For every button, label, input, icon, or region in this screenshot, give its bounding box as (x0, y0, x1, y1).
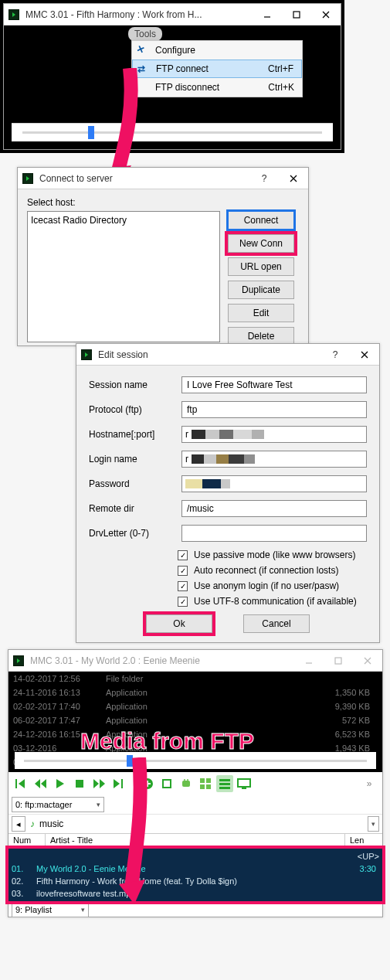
playlist-row[interactable]: 02.Fifth Harmony - Work from Home (feat.… (12, 875, 379, 887)
play-icon[interactable] (52, 775, 69, 792)
chk-passive[interactable]: ✓Use passive mode (like www browsers) (178, 550, 367, 560)
password-input[interactable] (181, 475, 367, 492)
edit-button[interactable]: Edit (228, 304, 294, 322)
breadcrumb-label: music (39, 818, 63, 829)
chk-anon-login[interactable]: ✓Use anonym login (if no user/pasw) (178, 580, 367, 591)
menu-item-label: FTP connect (156, 63, 250, 74)
tools-menu: Configure FTP connect Ctrl+F FTP disconn… (131, 40, 303, 97)
close-button[interactable] (279, 168, 308, 189)
help-button[interactable]: ? (320, 344, 350, 366)
connect-to-server-dialog: Connect to server ? Select host: Icecast… (17, 167, 309, 346)
checkbox-icon: ✓ (178, 566, 188, 576)
host-listbox[interactable]: Icecast Radio Directory (27, 211, 220, 342)
close-button[interactable] (350, 344, 379, 366)
playlist-row[interactable]: 03.ilovefreesoftware test.mp4 (12, 887, 379, 900)
bg-col-type: File folder (106, 674, 198, 683)
titlebar[interactable]: MMC 3.01 - Fifth Harmony : Work from H..… (4, 4, 341, 26)
titlebar[interactable]: MMC 3.01 - My World 2.0 : Eenie Meenie (8, 650, 382, 672)
prev-track-icon[interactable] (13, 775, 30, 792)
bg-col-date: 06-02-2017 17:47 (13, 716, 106, 725)
chk-label: Auto reconnect (if connection losts) (194, 565, 338, 576)
grid-icon[interactable] (197, 775, 214, 792)
svg-rect-18 (76, 780, 83, 788)
drv-letter-input[interactable] (181, 525, 367, 542)
forward-icon[interactable] (90, 775, 107, 792)
select-host-label: Select host: (27, 197, 299, 208)
next-track-icon[interactable] (110, 775, 127, 792)
duplicate-button[interactable]: Duplicate (228, 281, 294, 299)
menu-item-ftp-disconnect[interactable]: FTP disconnect Ctrl+K (132, 78, 302, 97)
seek-track[interactable] (22, 131, 322, 134)
label: Login name (89, 454, 174, 464)
col-artist-title[interactable]: Artist - Title (46, 834, 345, 848)
seek-thumb[interactable] (127, 755, 133, 767)
close-button[interactable] (353, 650, 382, 672)
rewind-icon[interactable] (32, 775, 49, 792)
ok-button[interactable]: Ok (146, 614, 212, 633)
url-open-button[interactable]: URL open (228, 257, 294, 276)
maximize-button[interactable] (282, 4, 311, 26)
combo-value: 0: ftp:mactager (15, 800, 72, 809)
bg-col-type: Application (106, 702, 198, 711)
maximize-button[interactable] (324, 650, 353, 672)
app-icon (13, 655, 24, 666)
playlist-row[interactable]: 01.My World 2.0 - Eenie Meenie3:30 (12, 863, 379, 875)
field-session-name: Session name (89, 376, 367, 393)
seek-thumb[interactable] (88, 126, 94, 139)
minimize-button[interactable] (253, 4, 282, 26)
checkbox-icon: ✓ (178, 597, 188, 607)
titlebar[interactable]: Edit session ? (76, 344, 379, 366)
row-len: 3:30 (348, 864, 379, 873)
tools-tooltip: Tools (128, 27, 162, 41)
dialog-title: Connect to server (38, 173, 249, 184)
svg-point-29 (184, 779, 185, 781)
monitor-icon[interactable] (236, 775, 253, 792)
chk-autoreconnect[interactable]: ✓Auto reconnect (if connection losts) (178, 565, 367, 576)
playlist-area[interactable]: <UP> 01.My World 2.0 - Eenie Meenie3:300… (8, 849, 382, 901)
hostname-input[interactable]: r (181, 426, 367, 443)
minimize-button[interactable] (294, 650, 324, 672)
login-input[interactable]: r (181, 451, 367, 468)
stop-icon[interactable] (71, 775, 88, 792)
menu-item-ftp-connect[interactable]: FTP connect Ctrl+F (132, 60, 302, 78)
help-button[interactable]: ? (249, 168, 279, 189)
nav-back-button[interactable]: ◂ (12, 816, 25, 832)
protocol-input[interactable] (181, 401, 367, 418)
new-conn-button[interactable]: New Conn (228, 234, 294, 253)
overflow-icon[interactable]: » (361, 775, 378, 792)
bg-col-date: 02-02-2017 17:40 (13, 702, 106, 711)
bg-col-date: 14-02-2017 12:56 (13, 674, 106, 683)
app-icon (22, 173, 33, 184)
connect-button[interactable]: Connect (228, 211, 294, 230)
tab-playlist[interactable]: 9: Playlist▾ (12, 902, 89, 917)
label: Session name (89, 379, 174, 390)
bg-file-row: 24-11-2016 16:13Application1,350 KB (8, 686, 382, 699)
field-login: Login name r (89, 451, 367, 468)
chk-label: Use passive mode (like www browsers) (194, 550, 355, 560)
tools-icon[interactable] (158, 775, 175, 792)
close-button[interactable] (311, 4, 341, 26)
menu-item-label: FTP disconnect (155, 82, 251, 93)
edit-session-dialog: Edit session ? Session name Protocol (ft… (76, 343, 380, 643)
remote-dir-input[interactable] (181, 500, 367, 517)
host-item[interactable]: Icecast Radio Directory (31, 215, 216, 226)
field-password: Password (89, 475, 367, 492)
cancel-button[interactable]: Cancel (243, 614, 310, 633)
drive-combo[interactable]: 0: ftp:mactager▾ (12, 797, 104, 812)
col-num[interactable]: Num (8, 834, 46, 848)
chevron-down-icon: ▾ (97, 801, 100, 808)
session-name-input[interactable] (181, 376, 367, 393)
up-entry[interactable]: <UP> (358, 852, 379, 861)
titlebar[interactable]: Connect to server ? (18, 168, 308, 189)
add-icon[interactable] (139, 775, 156, 792)
svg-marker-20 (100, 779, 105, 788)
list-icon[interactable] (216, 775, 233, 792)
row-num: 01. (12, 864, 36, 873)
android-icon[interactable] (178, 775, 195, 792)
col-len[interactable]: Len (345, 834, 382, 848)
menu-item-configure[interactable]: Configure (132, 41, 302, 60)
chk-utf8[interactable]: ✓Use UTF-8 communication (if available) (178, 596, 367, 607)
field-hostname: Hostname[:port] r (89, 426, 367, 443)
dropdown-button[interactable]: ▾ (368, 816, 379, 832)
row-title: Fifth Harmony - Work from Home (feat. Ty… (36, 876, 348, 886)
